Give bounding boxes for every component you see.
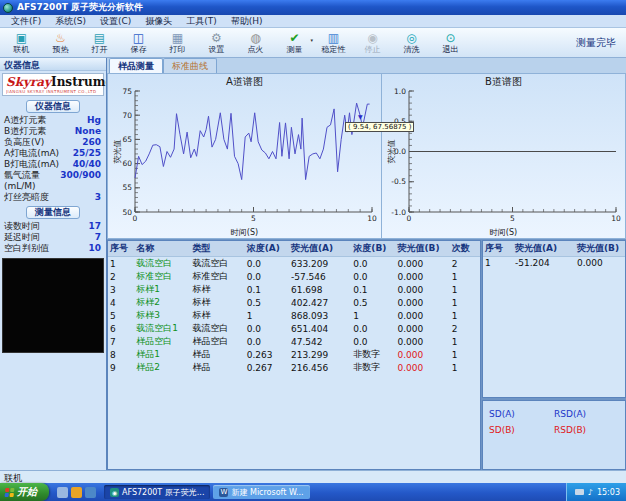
menu-item-1[interactable]: 系统(S)	[48, 15, 93, 28]
status-text: 联机	[4, 473, 22, 483]
chevron-down-icon[interactable]: ▾	[310, 37, 313, 43]
info-row: 灯丝亮暗度3	[0, 192, 106, 203]
taskbar-task-1[interactable]: W新建 Microsoft W...	[213, 485, 309, 499]
table-cell: 402.427	[289, 296, 351, 309]
toolbar-button-ignite[interactable]: ◍点火	[236, 29, 275, 57]
toolbar-button-clean[interactable]: ◎清洗	[392, 29, 431, 57]
table-row[interactable]: 1-51.2040.000	[483, 257, 625, 270]
result-col-header[interactable]: 荧光值(A)	[513, 241, 575, 257]
sample-col-header[interactable]: 荧光值(A)	[289, 241, 351, 257]
table-row[interactable]: 4标样2标样0.5402.4270.50.0001	[108, 296, 480, 309]
checkmark-icon: ✔	[289, 32, 299, 45]
toolbar-button-power[interactable]: ⊙退出	[431, 29, 470, 57]
toolbar-button-floppy[interactable]: ◫保存	[119, 29, 158, 57]
table-cell: 1	[450, 361, 480, 374]
chart-a-plot: 5055606570750510	[108, 87, 380, 225]
tray-device-icon[interactable]	[575, 489, 584, 495]
toolbar-button-printer[interactable]: ▦打印	[158, 29, 197, 57]
menu-item-4[interactable]: 工具(T)	[179, 15, 224, 28]
quick-launch-icon-2[interactable]	[71, 487, 82, 498]
stat-label-rsda: RSD(A)	[554, 409, 619, 419]
toolbar-button-checkmark[interactable]: ✔测量▾	[275, 29, 314, 57]
table-cell: 样品空白	[190, 335, 244, 348]
stability-icon: ▥	[328, 32, 339, 45]
sample-col-header[interactable]: 浓度(A)	[245, 241, 289, 257]
status-bar: 联机	[0, 470, 626, 483]
toolbar-button-label: 联机	[14, 45, 30, 54]
result-col-header[interactable]: 荧光值(B)	[575, 241, 625, 257]
toolbar-button-gear[interactable]: ⚙设置	[197, 29, 236, 57]
window-title: AFS7200T 原子荧光分析软件	[17, 1, 143, 14]
info-label: A灯电流(mA)	[4, 148, 59, 159]
result-table-panel: 序号荧光值(A)荧光值(B) 1-51.2040.000	[482, 240, 626, 398]
table-cell: 载流空白	[190, 322, 244, 335]
stats-panel: SD(A)RSD(A)SD(B)RSD(B)	[482, 400, 626, 470]
chart-cursor-marker: ▼	[358, 113, 363, 120]
table-row[interactable]: 3标样1标样0.161.6980.10.0001	[108, 283, 480, 296]
sample-table: 序号名称类型浓度(A)荧光值(A)浓度(B)荧光值(B)次数 1载流空白载流空白…	[108, 241, 480, 374]
stat-label-sda: SD(A)	[489, 409, 554, 419]
afs-app-icon: ◉	[110, 488, 119, 497]
info-value: 17	[88, 221, 101, 232]
menu-item-2[interactable]: 设置(C)	[93, 15, 138, 28]
sample-col-header[interactable]: 名称	[134, 241, 190, 257]
toolbar: ▣联机♨预热▤打开◫保存▦打印⚙设置◍点火✔测量▾▥稳定性◉停止◎清洗⊙退出测量…	[0, 28, 626, 58]
chart-a-tooltip: ( 9.54, 67.56875 )	[345, 122, 414, 132]
table-row[interactable]: 7样品空白样品空白0.047.5420.00.0001	[108, 335, 480, 348]
sample-col-header[interactable]: 次数	[450, 241, 480, 257]
toolbar-button-computer[interactable]: ▣联机	[2, 29, 41, 57]
chart-b-ylabel: 荧光值	[386, 140, 397, 164]
tab-sample-measure[interactable]: 样品测量	[109, 58, 163, 73]
menu-item-3[interactable]: 摄像头	[138, 15, 179, 28]
table-cell: 868.093	[289, 309, 351, 322]
table-cell: -51.204	[513, 257, 575, 270]
sample-col-header[interactable]: 荧光值(B)	[396, 241, 450, 257]
menu-item-5[interactable]: 帮助(H)	[224, 15, 270, 28]
measurement-status-text: 测量完毕	[576, 36, 616, 50]
table-cell: 标准空白	[190, 270, 244, 283]
table-cell: 0.5	[351, 296, 395, 309]
menu-item-0[interactable]: 文件(F)	[4, 15, 48, 28]
tray-volume-icon[interactable]: ♪	[588, 488, 593, 497]
toolbar-button-folder[interactable]: ▤打开	[80, 29, 119, 57]
table-cell: 1	[245, 309, 289, 322]
svg-text:-0.5: -0.5	[391, 177, 406, 186]
tab-standard-curve[interactable]: 标准曲线	[163, 58, 217, 73]
table-cell: 0.000	[396, 361, 450, 374]
taskbar-task-0[interactable]: ◉AFS7200T 原子荧光...	[104, 485, 210, 499]
result-col-header[interactable]: 序号	[483, 241, 513, 257]
info-row: 读数时间17	[0, 221, 106, 232]
table-cell: 5	[108, 309, 134, 322]
app-window: AFS7200T 原子荧光分析软件 文件(F)系统(S)设置(C)摄像头工具(T…	[0, 0, 626, 501]
printer-icon: ▦	[172, 32, 183, 45]
toolbar-button-flame[interactable]: ♨预热	[41, 29, 80, 57]
table-row[interactable]: 2标准空白标准空白0.0-57.5460.00.0001	[108, 270, 480, 283]
sample-col-header[interactable]: 类型	[190, 241, 244, 257]
table-cell: 载流空白1	[134, 322, 190, 335]
stat-label-rsdb: RSD(B)	[554, 425, 619, 435]
table-row[interactable]: 9样品2样品0.267216.456非数字0.0001	[108, 361, 480, 374]
sample-col-header[interactable]: 浓度(B)	[351, 241, 395, 257]
table-row[interactable]: 6载流空白1载流空白0.0651.4040.00.0002	[108, 322, 480, 335]
right-column: 序号荧光值(A)荧光值(B) 1-51.2040.000 SD(A)RSD(A)…	[482, 240, 626, 470]
info-label: A道灯元素	[4, 115, 46, 126]
toolbar-button-stability[interactable]: ▥稳定性	[314, 29, 353, 57]
table-row[interactable]: 5标样3标样1868.09310.0001	[108, 309, 480, 322]
table-cell: 0.000	[396, 309, 450, 322]
tab-strip: 样品测量标准曲线	[107, 58, 626, 73]
table-cell: 0.000	[396, 270, 450, 283]
info-value: 10	[88, 243, 101, 254]
table-row[interactable]: 8样品1样品0.263213.299非数字0.0001	[108, 348, 480, 361]
start-button[interactable]: 开始	[0, 483, 49, 501]
table-row[interactable]: 1载流空白载流空白0.0633.2090.00.0002	[108, 257, 480, 271]
quick-launch-icon-3[interactable]	[85, 487, 96, 498]
svg-text:5: 5	[251, 214, 256, 223]
svg-text:-1.0: -1.0	[391, 208, 406, 217]
sample-col-header[interactable]: 序号	[108, 241, 134, 257]
ignite-icon: ◍	[250, 32, 260, 45]
info-row: B灯电流(mA)40/40	[0, 159, 106, 170]
quick-launch-icon-1[interactable]	[57, 487, 68, 498]
stat-label-sdb: SD(B)	[489, 425, 554, 435]
table-cell: 1	[450, 270, 480, 283]
gear-icon: ⚙	[211, 32, 222, 45]
